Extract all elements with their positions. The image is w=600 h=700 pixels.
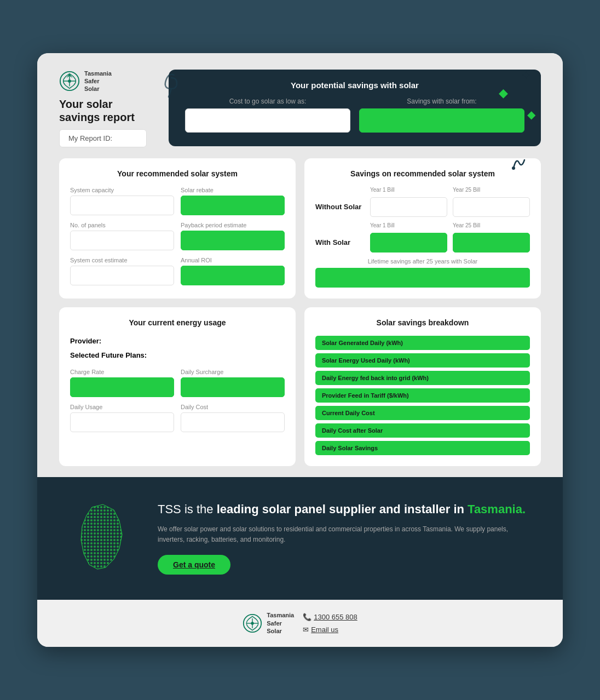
tss-body: We offer solar power and solar solutions… [158, 524, 530, 545]
page-footer: Tasmania Safer Solar 📞 1300 655 808 ✉ Em… [37, 600, 563, 647]
phone-row: 📞 1300 655 808 [303, 611, 357, 623]
footer-contact: 📞 1300 655 808 ✉ Email us [303, 611, 357, 636]
charge-rate-label: Charge Rate [70, 369, 174, 375]
with-solar-year1-box [370, 233, 447, 253]
breakdown-list: Solar Generated Daily (kWh)Solar Energy … [315, 336, 530, 455]
with-year25-header-col: Year 25 Bill [453, 222, 530, 231]
tss-acronym: TSS [158, 502, 181, 516]
no-panels-field: No. of panels [70, 222, 174, 250]
future-plans-label: Selected Future Plans: [70, 351, 147, 359]
tss-bold-text: leading solar panel supplier and install… [217, 502, 468, 516]
logo-section: Tasmania Safer Solar Your solar savings … [59, 70, 147, 147]
email-row: ✉ Email us [303, 623, 357, 636]
cost-value-box [185, 108, 350, 133]
logo-text: Tasmania Safer Solar [84, 70, 112, 93]
tss-is-text: is the [184, 502, 217, 516]
savings-card-title: Savings on recommended solar system [315, 169, 530, 178]
with-solar-label: With Solar [315, 238, 365, 246]
without-solar-label: Without Solar [315, 203, 365, 211]
savings-value-box [359, 108, 524, 133]
daily-usage-field: Daily Usage [70, 404, 174, 432]
tss-logo-icon [59, 71, 80, 91]
leaf-deco-1: ◆ [499, 86, 508, 100]
savings-banner-title: Your potential savings with solar [185, 81, 524, 90]
report-title: Your solar savings report [59, 97, 147, 124]
footer-brand-text: Tasmania Safer Solar [267, 611, 294, 635]
page-container: ✦ ◆ ◆ [37, 53, 563, 647]
solar-rebate-field: Solar rebate [181, 187, 285, 215]
email-icon: ✉ [303, 623, 309, 636]
daily-surcharge-field: Daily Surcharge [181, 369, 285, 397]
tasmania-map [70, 499, 136, 578]
squiggle-deco [508, 152, 530, 177]
year25-header: Year 25 Bill [453, 187, 530, 193]
daily-surcharge-box [181, 377, 285, 397]
without-solar-year1-col [370, 197, 447, 217]
solar-rebate-label: Solar rebate [181, 187, 285, 193]
star-deco-1: ✦ [522, 70, 530, 82]
no-panels-label: No. of panels [70, 222, 174, 228]
charge-rate-box [70, 377, 174, 397]
energy-usage-card: Your current energy usage Provider: Sele… [59, 307, 296, 466]
future-plans-row: Selected Future Plans: [70, 350, 285, 360]
system-grid: System capacity Solar rebate No. of pane… [70, 187, 285, 285]
cost-col: Cost to go solar as low as: [185, 97, 350, 133]
breakdown-item: Provider Feed in Tariff ($/kWh) [315, 388, 530, 403]
tss-text: TSS is the leading solar panel supplier … [158, 502, 530, 575]
email-link[interactable]: Email us [311, 623, 338, 636]
phone-icon: 📞 [303, 611, 311, 623]
payback-label: Payback period estimate [181, 222, 285, 228]
tss-promo: TSS is the leading solar panel supplier … [37, 477, 563, 600]
solar-system-title: Your recommended solar system [70, 169, 285, 178]
system-capacity-field: System capacity [70, 187, 174, 215]
cost-label: Cost to go solar as low as: [185, 97, 350, 105]
daily-cost-box [181, 412, 285, 432]
system-capacity-box [70, 196, 174, 215]
savings-card: Savings on recommended solar system Year… [304, 158, 541, 299]
daily-surcharge-label: Daily Surcharge [181, 369, 285, 375]
with-solar-row: With Solar [315, 233, 530, 253]
tss-green-text: Tasmania. [468, 502, 526, 516]
lifetime-label: Lifetime savings after 25 years with Sol… [315, 258, 530, 265]
cost-estimate-label: System cost estimate [70, 257, 174, 263]
breakdown-item: Solar Energy Used Daily (kWh) [315, 353, 530, 368]
with-solar-year25-col [453, 233, 530, 253]
breakdown-item: Current Daily Cost [315, 406, 530, 420]
footer-logo-row: Tasmania Safer Solar [243, 611, 294, 635]
leaf-deco-2: ◆ [527, 108, 535, 121]
annual-roi-box [181, 266, 285, 285]
with-year25-header: Year 25 Bill [453, 222, 530, 228]
savings-col: Savings with solar from: [359, 97, 524, 133]
logo-row: Tasmania Safer Solar [59, 70, 147, 93]
solar-rebate-box [181, 196, 285, 215]
system-capacity-label: System capacity [70, 187, 174, 193]
annual-roi-field: Annual ROI [181, 257, 285, 285]
svg-point-5 [251, 622, 254, 624]
with-solar-year25-box [453, 233, 530, 253]
cost-estimate-field: System cost estimate [70, 257, 174, 285]
breakdown-card: Solar savings breakdown Solar Generated … [304, 307, 541, 466]
year1-header-col: Year 1 Bill [370, 187, 447, 195]
no-panels-box [70, 231, 174, 250]
without-solar-year1-box [370, 197, 447, 217]
energy-usage-title: Your current energy usage [70, 318, 285, 327]
without-solar-row: Without Solar [315, 197, 530, 217]
svg-point-2 [68, 79, 71, 83]
daily-usage-box [70, 412, 174, 432]
daily-cost-field: Daily Cost [181, 404, 285, 432]
with-solar-year1-col [370, 233, 447, 253]
savings-banner-row: Cost to go solar as low as: Savings with… [185, 97, 524, 133]
breakdown-item: Daily Cost after Solar [315, 423, 530, 438]
breakdown-item: Daily Solar Savings [315, 441, 530, 455]
lifetime-box [315, 268, 530, 288]
get-quote-button[interactable]: Get a quote [158, 555, 230, 575]
daily-cost-label: Daily Cost [181, 404, 285, 410]
payback-field: Payback period estimate [181, 222, 285, 250]
phone-link[interactable]: 1300 655 808 [314, 611, 357, 623]
with-solar-header: Year 1 Bill Year 25 Bill [315, 222, 530, 231]
with-year1-header: Year 1 Bill [370, 222, 447, 228]
energy-grid: Charge Rate Daily Surcharge Daily Usage … [70, 369, 285, 432]
main-content: Your recommended solar system System cap… [37, 158, 563, 477]
cost-estimate-box [70, 266, 174, 285]
year25-header-col: Year 25 Bill [453, 187, 530, 195]
